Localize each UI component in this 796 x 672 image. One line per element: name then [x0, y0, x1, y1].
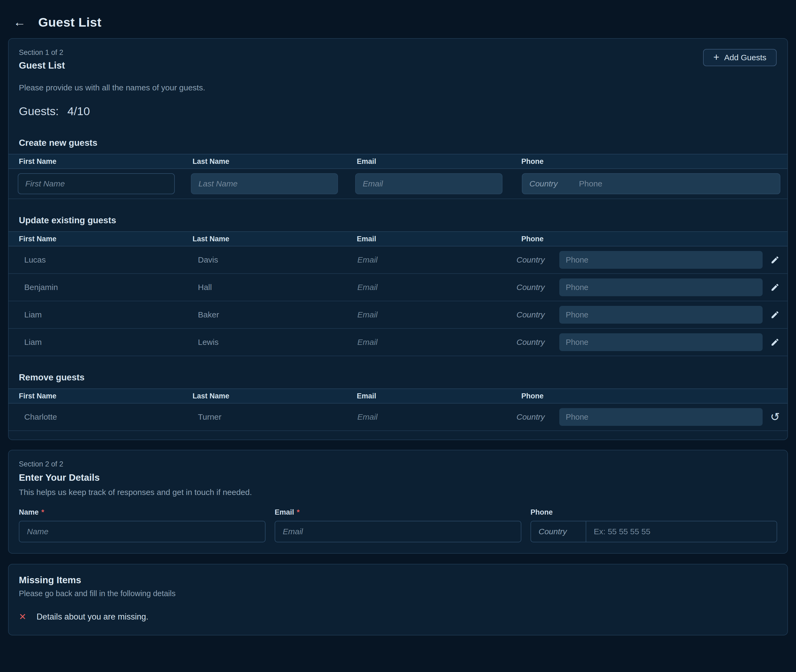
remove-guests-table: First Name Last Name Email Phone Charlot…: [9, 389, 787, 431]
edit-guest-button[interactable]: [770, 310, 780, 319]
undo-icon: ↺: [770, 411, 780, 422]
guest-last-name: Lewis: [182, 338, 347, 347]
country-select[interactable]: Country: [517, 413, 545, 422]
edit-guest-button[interactable]: [770, 283, 780, 292]
pencil-icon: [770, 255, 780, 264]
phone-input-group: Country: [531, 521, 777, 542]
guest-last-name: Turner: [182, 413, 347, 422]
col-last-name: Last Name: [182, 157, 347, 166]
section-description: Please provide us with all the names of …: [19, 83, 777, 92]
col-phone: Phone: [511, 157, 762, 166]
col-email: Email: [347, 392, 511, 400]
phone-input-group: Country: [522, 173, 780, 194]
col-first-name: First Name: [9, 157, 182, 166]
guest-first-name: Benjamin: [9, 283, 182, 292]
guest-list-section: Section 1 of 2 Guest List + Add Guests P…: [8, 38, 788, 440]
section-label: Section 2 of 2: [19, 460, 777, 468]
last-name-input[interactable]: [191, 173, 338, 194]
edit-guest-button[interactable]: [770, 255, 780, 264]
missing-item: ✕ Details about you are missing.: [19, 611, 777, 622]
section-title: Guest List: [19, 60, 777, 71]
table-header: First Name Last Name Email Phone: [9, 154, 787, 169]
col-first-name: First Name: [9, 392, 182, 400]
guest-row: Lucas Davis Email Country: [9, 246, 787, 274]
add-guests-label: Add Guests: [724, 53, 766, 62]
restore-guest-button[interactable]: ↺: [770, 411, 780, 422]
guest-first-name: Charlotte: [9, 413, 182, 422]
app-header: ← Guest List: [0, 0, 796, 32]
guest-email-placeholder: Email: [347, 413, 511, 422]
col-first-name: First Name: [9, 235, 182, 243]
section-label: Section 1 of 2: [19, 48, 777, 57]
guest-row: Liam Lewis Email Country: [9, 329, 787, 356]
missing-items-title: Missing Items: [19, 574, 777, 586]
name-label: Name *: [19, 508, 265, 517]
guest-last-name: Baker: [182, 310, 347, 319]
phone-label: Phone: [531, 508, 777, 517]
country-select[interactable]: Country: [517, 255, 545, 264]
missing-items-section: Missing Items Please go back and fill in…: [8, 564, 788, 635]
country-select[interactable]: Country: [522, 179, 579, 188]
phone-input[interactable]: [559, 251, 762, 269]
guest-last-name: Hall: [182, 283, 347, 292]
phone-input[interactable]: [559, 333, 762, 351]
email-field: Email *: [274, 508, 522, 542]
guest-email-placeholder: Email: [347, 255, 511, 264]
pencil-icon: [770, 310, 780, 319]
guest-first-name: Liam: [9, 310, 182, 319]
country-select[interactable]: Country: [517, 310, 545, 319]
edit-guest-button[interactable]: [770, 338, 780, 347]
name-input[interactable]: [19, 521, 265, 542]
country-select[interactable]: Country: [517, 338, 545, 347]
email-label: Email *: [274, 508, 522, 517]
guest-last-name: Davis: [182, 255, 347, 264]
error-icon: ✕: [19, 611, 26, 622]
phone-input[interactable]: [559, 306, 762, 324]
create-guest-row: Country: [9, 169, 787, 199]
phone-input[interactable]: [559, 408, 762, 426]
missing-items-description: Please go back and fill in the following…: [19, 589, 777, 598]
phone-input[interactable]: [579, 179, 780, 188]
phone-field: Phone Country: [531, 508, 777, 542]
plus-icon: +: [713, 52, 719, 62]
your-details-section: Section 2 of 2 Enter Your Details This h…: [8, 450, 788, 554]
guests-label: Guests:: [19, 105, 59, 118]
email-input[interactable]: [355, 173, 502, 194]
col-phone: Phone: [511, 392, 762, 400]
guest-row: Charlotte Turner Email Country ↺: [9, 403, 787, 431]
back-icon[interactable]: ←: [13, 16, 26, 28]
country-select[interactable]: Country: [517, 283, 545, 292]
add-guests-button[interactable]: + Add Guests: [703, 49, 777, 66]
update-guests-table: First Name Last Name Email Phone Lucas D…: [9, 231, 787, 356]
table-header: First Name Last Name Email Phone: [9, 231, 787, 246]
guests-counter: Guests: 4/10: [19, 105, 777, 118]
phone-input[interactable]: [586, 522, 777, 542]
required-asterisk: *: [297, 508, 300, 517]
guest-email-placeholder: Email: [347, 338, 511, 347]
email-input[interactable]: [274, 521, 522, 542]
remove-guests-title: Remove guests: [19, 372, 777, 382]
section-title: Enter Your Details: [19, 472, 777, 483]
required-asterisk: *: [42, 508, 45, 517]
update-guests-title: Update existing guests: [19, 215, 777, 226]
guest-first-name: Lucas: [9, 255, 182, 264]
guest-first-name: Liam: [9, 338, 182, 347]
create-guests-title: Create new guests: [19, 138, 777, 148]
col-email: Email: [347, 235, 511, 243]
missing-item-text: Details about you are missing.: [37, 612, 148, 622]
guests-count: 4/10: [67, 105, 90, 118]
pencil-icon: [770, 338, 780, 347]
name-field: Name *: [19, 508, 265, 542]
section-description: This helps us keep track of responses an…: [19, 488, 777, 497]
col-last-name: Last Name: [182, 392, 347, 400]
guest-email-placeholder: Email: [347, 283, 511, 292]
col-email: Email: [347, 157, 511, 166]
phone-input[interactable]: [559, 278, 762, 296]
first-name-input[interactable]: [18, 173, 175, 194]
page-title: Guest List: [38, 15, 101, 30]
create-guests-table: First Name Last Name Email Phone Country: [9, 154, 787, 199]
guest-row: Liam Baker Email Country: [9, 301, 787, 329]
country-select[interactable]: Country: [531, 522, 586, 542]
table-header: First Name Last Name Email Phone: [9, 389, 787, 403]
guest-email-placeholder: Email: [347, 310, 511, 319]
